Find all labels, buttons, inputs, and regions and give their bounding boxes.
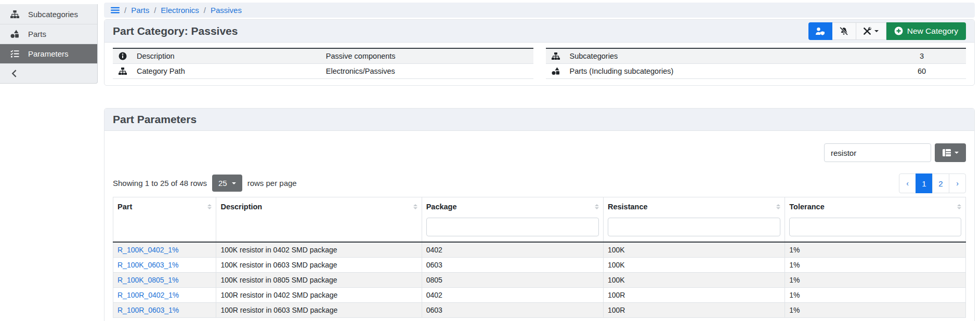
permissions-button[interactable]: [808, 22, 832, 40]
cell-resistance: 100R: [603, 303, 785, 318]
breadcrumb-item-parts[interactable]: Parts: [131, 6, 149, 15]
new-category-button[interactable]: New Category: [886, 22, 966, 40]
sitemap-icon: [552, 52, 560, 60]
cell-resistance: 100R: [603, 288, 785, 303]
category-stats-table: Subcategories 3 Parts (Including subcate…: [546, 48, 966, 79]
column-header-part[interactable]: Part: [113, 197, 216, 243]
page-size-dropdown[interactable]: 25: [212, 175, 242, 192]
cell-tolerance: 1%: [785, 242, 966, 258]
cell-package: 0402: [422, 288, 603, 303]
column-label: Tolerance: [789, 203, 824, 211]
cell-tolerance: 1%: [785, 258, 966, 273]
sidebar: Subcategories Parts Parameters: [0, 4, 98, 84]
sidebar-collapse-button[interactable]: [0, 63, 97, 83]
column-header-description[interactable]: Description: [216, 197, 422, 243]
table-list-icon: [943, 149, 951, 156]
table-row: Parts (Including subcategories) 60: [546, 64, 966, 79]
part-link[interactable]: R_100K_0805_1%: [117, 276, 179, 284]
sidebar-item-parts[interactable]: Parts: [0, 24, 97, 44]
cell-package: 0603: [422, 303, 603, 318]
resistance-filter-input[interactable]: [608, 218, 780, 236]
main-content: / Parts / Electronics / Passives Part Ca…: [104, 0, 976, 321]
parameters-table: Part Description Package Resistance: [113, 197, 966, 318]
table-toolbar: [113, 143, 966, 162]
screwdriver-wrench-icon: [863, 27, 871, 35]
table-row: R_100K_0603_1% 100K resistor in 0603 SMD…: [113, 258, 966, 273]
column-header-tolerance[interactable]: Tolerance: [785, 197, 966, 243]
cell-description: 100K resistor in 0402 SMD package: [216, 242, 422, 258]
showing-rows-text: Showing 1 to 25 of 48 rows: [113, 179, 207, 188]
sitemap-icon: [119, 67, 127, 75]
column-header-resistance[interactable]: Resistance: [603, 197, 785, 243]
info-value: Passive components: [322, 48, 533, 64]
part-link[interactable]: R_100K_0603_1%: [117, 261, 179, 269]
cell-resistance: 100K: [603, 242, 785, 258]
cell-package: 0805: [422, 273, 603, 288]
info-value: 3: [878, 48, 966, 64]
cell-package: 0603: [422, 258, 603, 273]
info-label: Description: [133, 48, 322, 64]
caret-down-icon: [874, 30, 879, 32]
table-row: Description Passive components: [113, 48, 533, 64]
cell-description: 100R resistor in 0603 SMD package: [216, 303, 422, 318]
pagination-page-2[interactable]: 2: [932, 173, 949, 193]
part-link[interactable]: R_100R_0603_1%: [117, 306, 179, 314]
sidebar-toggle-button[interactable]: [111, 6, 120, 15]
hamburger-icon: [111, 6, 120, 15]
pagination-info-row: Showing 1 to 25 of 48 rows 25 rows per p…: [113, 175, 966, 192]
caret-down-icon: [232, 182, 236, 184]
cell-tolerance: 1%: [785, 273, 966, 288]
sort-icon[interactable]: [413, 204, 417, 209]
tools-dropdown-button[interactable]: [856, 22, 886, 40]
breadcrumb-item-passives[interactable]: Passives: [211, 6, 242, 15]
pagination-page-1[interactable]: 1: [916, 173, 933, 193]
tolerance-filter-input[interactable]: [789, 218, 961, 236]
page-title: Part Category: Passives: [113, 25, 238, 37]
part-link[interactable]: R_100K_0402_1%: [117, 246, 179, 254]
cell-tolerance: 1%: [785, 303, 966, 318]
breadcrumb-separator: /: [204, 6, 206, 15]
category-actions: New Category: [808, 22, 966, 40]
pagination-next-button[interactable]: ›: [949, 173, 966, 193]
sort-icon[interactable]: [957, 204, 961, 209]
part-parameters-card: Part Parameters Showing 1 to 25 of 48 ro…: [104, 108, 975, 321]
breadcrumb-separator: /: [154, 6, 156, 15]
shapes-icon: [10, 30, 19, 38]
info-label: Parts (Including subcategories): [566, 64, 878, 79]
sort-icon[interactable]: [776, 204, 780, 209]
columns-dropdown-button[interactable]: [935, 143, 966, 162]
cell-package: 0402: [422, 242, 603, 258]
category-details-table: Description Passive components Category …: [113, 48, 533, 79]
sidebar-item-label: Parameters: [28, 49, 69, 58]
column-label: Package: [426, 203, 457, 211]
package-filter-input[interactable]: [426, 218, 599, 236]
cell-tolerance: 1%: [785, 288, 966, 303]
sort-icon[interactable]: [207, 204, 212, 209]
cell-resistance: 100K: [603, 258, 785, 273]
shapes-icon: [552, 67, 560, 75]
page-size-value: 25: [218, 179, 227, 188]
search-input[interactable]: [824, 143, 931, 162]
pagination-prev-button[interactable]: ‹: [899, 173, 916, 193]
table-row: Category Path Electronics/Passives: [113, 64, 533, 79]
category-info-panel: Description Passive components Category …: [104, 43, 974, 85]
category-card-header: Part Category: Passives New Category: [104, 20, 974, 43]
part-parameters-body: Showing 1 to 25 of 48 rows 25 rows per p…: [104, 131, 974, 321]
part-link[interactable]: R_100R_0402_1%: [117, 291, 179, 299]
column-label: Description: [220, 203, 262, 211]
sidebar-item-parameters[interactable]: Parameters: [0, 44, 97, 63]
bell-slash-icon: [839, 27, 848, 35]
column-header-package[interactable]: Package: [422, 197, 603, 243]
info-circle-icon: [119, 52, 127, 60]
column-label: Part: [117, 203, 132, 211]
sidebar-item-subcategories[interactable]: Subcategories: [0, 4, 97, 24]
sidebar-item-label: Parts: [28, 30, 46, 38]
breadcrumb-item-electronics[interactable]: Electronics: [161, 6, 199, 15]
caret-down-icon: [955, 152, 959, 154]
disable-notifications-button[interactable]: [832, 22, 856, 40]
table-row: R_100R_0402_1% 100R resistor in 0402 SMD…: [113, 288, 966, 303]
info-label: Subcategories: [566, 48, 878, 64]
sort-icon[interactable]: [595, 204, 599, 209]
cell-description: 100K resistor in 0805 SMD package: [216, 273, 422, 288]
sitemap-icon: [10, 10, 19, 19]
